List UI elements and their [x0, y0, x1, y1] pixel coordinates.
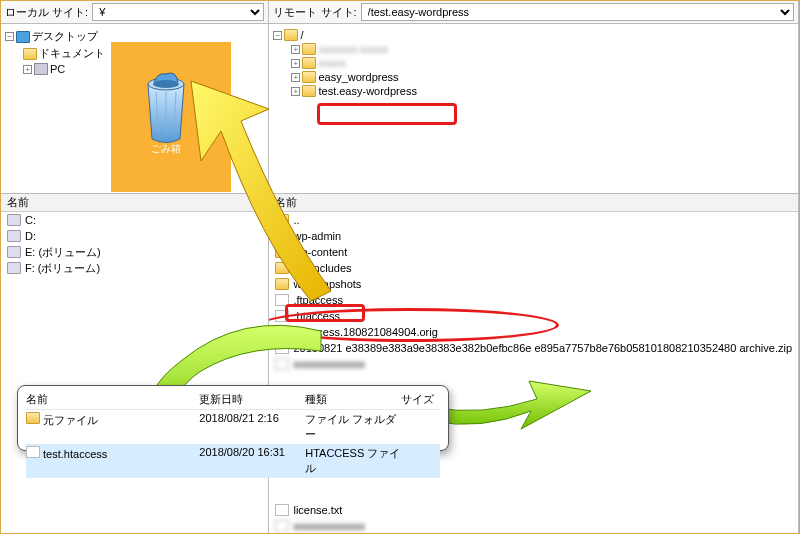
remote-site-header: リモート サイト: /test.easy-wordpress — [269, 1, 798, 24]
tree-label: PC — [50, 63, 65, 75]
tree-node[interactable]: +easy_wordpress — [291, 70, 794, 84]
folder-icon — [302, 43, 316, 55]
tree-node[interactable]: +xxxxx — [291, 56, 794, 70]
local-site-header: ローカル サイト: ¥ — [1, 1, 268, 24]
remote-path-select[interactable]: /test.easy-wordpress — [361, 3, 794, 21]
drive-icon — [7, 262, 21, 274]
folder-icon — [284, 29, 298, 41]
tree-label: ドキュメント — [39, 46, 105, 61]
file-icon — [275, 520, 289, 532]
list-item[interactable]: license.txt — [269, 502, 798, 518]
tree-node-selected[interactable]: +test.easy-wordpress — [291, 84, 794, 98]
local-site-label: ローカル サイト: — [5, 5, 88, 20]
drive-icon — [7, 246, 21, 258]
tree-node-desktop[interactable]: − デスクトップ — [5, 28, 264, 45]
collapse-icon[interactable]: − — [273, 31, 282, 40]
folder-icon — [23, 48, 37, 60]
expand-icon[interactable]: + — [291, 45, 300, 54]
tree-label: デスクトップ — [32, 29, 98, 44]
overlay-header: 名前 更新日時 種類 サイズ — [26, 390, 440, 410]
table-row-selected[interactable]: test.htaccess 2018/08/20 16:31 HTACCESS … — [26, 444, 440, 478]
tree-node-root[interactable]: − / — [273, 28, 794, 42]
tree-label: / — [300, 29, 303, 41]
overlay-file-table: 名前 更新日時 種類 サイズ 元ファイル 2018/08/21 2:16 ファイ… — [17, 385, 449, 451]
annotation-arrow-yellow — [151, 61, 351, 321]
tree-node[interactable]: +xxxxxxx-xxxxx — [291, 42, 794, 56]
file-icon — [275, 504, 289, 516]
drive-icon — [7, 214, 21, 226]
list-item[interactable]: 20180821 e38389e383a9e38383e382b0efbc86e… — [269, 340, 798, 356]
table-row[interactable]: 元ファイル 2018/08/21 2:16 ファイル フォルダー — [26, 410, 440, 444]
list-item[interactable]: xxxxxxxxxxxxx — [269, 356, 798, 372]
drive-icon — [7, 230, 21, 242]
collapse-icon[interactable]: − — [5, 32, 14, 41]
tree-node-documents[interactable]: ドキュメント — [23, 45, 264, 62]
expand-icon[interactable]: + — [23, 65, 32, 74]
pc-icon — [34, 63, 48, 75]
local-path-select[interactable]: ¥ — [92, 3, 264, 21]
file-icon — [26, 446, 40, 458]
remote-site-label: リモート サイト: — [273, 5, 356, 20]
list-item[interactable]: xxxxxxxxxxxxx — [269, 518, 798, 533]
desktop-icon — [16, 31, 30, 43]
folder-icon — [26, 412, 40, 424]
